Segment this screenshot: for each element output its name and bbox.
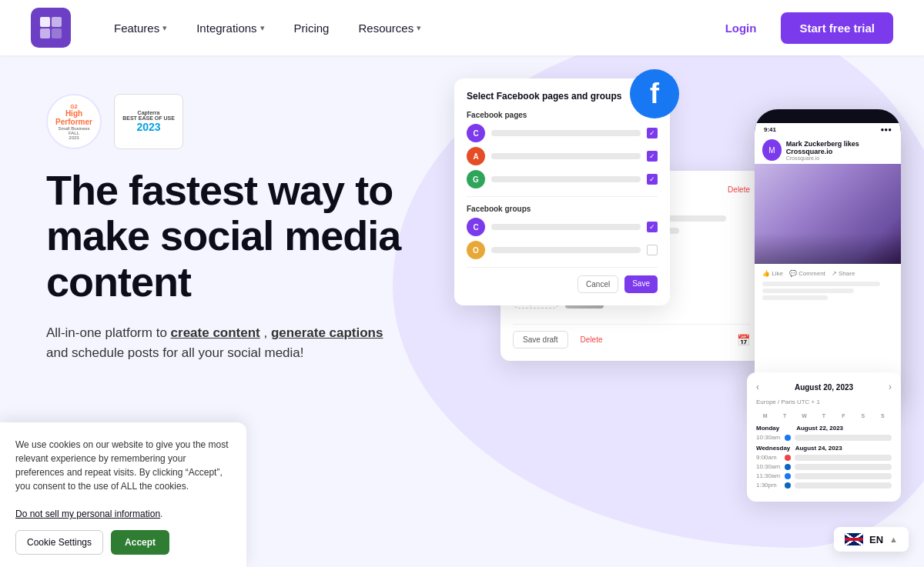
cookie-privacy-link[interactable]: Do not sell my personal information bbox=[15, 509, 160, 519]
phone-image-overlay bbox=[755, 233, 901, 264]
facebook-selector-card: f Select Facebook pages and groups Faceb… bbox=[454, 78, 670, 305]
phone-avatar: M bbox=[762, 139, 782, 161]
phone-bar-2 bbox=[762, 289, 854, 293]
language-selector[interactable]: EN ▲ bbox=[834, 527, 909, 552]
fb-check-1[interactable]: ✓ bbox=[647, 128, 658, 138]
nav-features[interactable]: Features ▾ bbox=[102, 15, 179, 41]
phone-share-btn[interactable]: ↗ Share bbox=[832, 270, 855, 277]
delete-button[interactable]: Delete bbox=[574, 332, 609, 348]
fb-page-row-2: A ✓ bbox=[467, 147, 658, 165]
phone-mockup: 9:41 ●●● M Mark Zuckerberg likes Crossqu… bbox=[755, 109, 901, 402]
fb-bar-3 bbox=[491, 176, 641, 182]
mockup-container: f Select Facebook pages and groups Faceb… bbox=[454, 78, 901, 532]
fb-page-row-3: G ✓ bbox=[467, 170, 658, 188]
calendar-card: ‹ August 20, 2023 › Europe / Paris UTC +… bbox=[747, 372, 901, 502]
hero-section: G2 HighPerformer Small Business FALL 202… bbox=[0, 55, 924, 567]
capterra-badge: Capterra BEST EASE OF USE 2023 bbox=[114, 94, 183, 149]
fb-footer-divider bbox=[467, 267, 658, 268]
svg-rect-3 bbox=[52, 28, 62, 38]
phone-image bbox=[755, 164, 901, 264]
fb-cancel-button[interactable]: Cancel bbox=[578, 275, 618, 293]
phone-screen: 9:41 ●●● M Mark Zuckerberg likes Crossqu… bbox=[755, 123, 901, 402]
hero-subtitle: All-in-one platform to create content , … bbox=[46, 323, 424, 362]
hero-right: f Select Facebook pages and groups Faceb… bbox=[424, 86, 878, 567]
cal-event-bar-3 bbox=[795, 464, 892, 470]
cal-date-2: Wednesday August 24, 2023 bbox=[756, 445, 892, 452]
phone-profile: M Mark Zuckerberg likes Crossquare.io Cr… bbox=[755, 136, 901, 164]
fb-bar-1 bbox=[491, 130, 641, 136]
start-trial-button[interactable]: Start free trial bbox=[781, 12, 893, 44]
login-button[interactable]: Login bbox=[713, 15, 769, 41]
phone-like-btn[interactable]: 👍 Like bbox=[762, 270, 783, 277]
phone-notch bbox=[801, 109, 855, 123]
g2-label: G2 bbox=[70, 104, 77, 109]
calendar-prev-icon[interactable]: ‹ bbox=[756, 382, 759, 392]
phone-post-actions: 👍 Like 💬 Comment ↗ Share bbox=[755, 264, 901, 306]
fb-group-bar-1 bbox=[491, 224, 641, 230]
cal-event-bar-5 bbox=[795, 482, 892, 489]
fb-pages-label: Facebook pages bbox=[467, 111, 658, 119]
fb-group-row-2: O bbox=[467, 241, 658, 259]
save-draft-button[interactable]: Save draft bbox=[513, 331, 568, 349]
phone-comment-btn[interactable]: 💬 Comment bbox=[789, 270, 825, 277]
g2-badge: G2 HighPerformer Small Business FALL 202… bbox=[46, 94, 102, 149]
cookie-banner: We use cookies on our website to give yo… bbox=[0, 422, 246, 567]
schedule-icon[interactable]: 📅 bbox=[737, 334, 750, 346]
fb-groups-label: Facebook groups bbox=[467, 205, 658, 213]
cal-event-bar-2 bbox=[795, 455, 892, 461]
cal-event-bar-4 bbox=[795, 473, 892, 479]
instagram-dot bbox=[785, 455, 791, 461]
card-footer: Save draft Delete 📅 bbox=[513, 331, 750, 349]
fb-divider bbox=[467, 196, 658, 197]
calendar-event-group-1: Monday August 22, 2023 10:30am bbox=[756, 425, 892, 441]
fb-avatar-1: C bbox=[467, 124, 485, 142]
cookie-text: We use cookies on our website to give yo… bbox=[15, 438, 231, 521]
cookie-buttons: Cookie Settings Accept bbox=[15, 530, 231, 555]
nav-pricing[interactable]: Pricing bbox=[282, 15, 342, 41]
g2-performer: HighPerformer bbox=[55, 109, 92, 126]
calendar-timezone: Europe / Paris UTC + 1 bbox=[756, 399, 892, 405]
svg-rect-2 bbox=[40, 28, 50, 38]
logo[interactable] bbox=[31, 8, 71, 48]
facebook-icon: f bbox=[630, 69, 679, 118]
fb-check-3[interactable]: ✓ bbox=[647, 174, 658, 185]
phone-bar-3 bbox=[762, 295, 828, 300]
fb-group-bar-2 bbox=[491, 247, 641, 253]
nav-right: Login Start free trial bbox=[713, 12, 893, 44]
uk-flag-icon bbox=[845, 533, 863, 545]
calendar-header: ‹ August 20, 2023 › bbox=[756, 382, 892, 392]
features-chevron-icon: ▾ bbox=[162, 23, 167, 33]
nav-integrations[interactable]: Integrations ▾ bbox=[184, 15, 276, 41]
calendar-days-header: M T W T F S S bbox=[756, 412, 892, 420]
svg-rect-1 bbox=[52, 17, 62, 27]
fb-check-2[interactable]: ✓ bbox=[647, 151, 658, 162]
fb-group-row-1: C ✓ bbox=[467, 218, 658, 236]
fb-avatar-2: A bbox=[467, 147, 485, 165]
cal-event-bar-1 bbox=[795, 435, 892, 441]
fb-footer: Cancel Save bbox=[467, 275, 658, 293]
calendar-title: August 20, 2023 bbox=[795, 383, 853, 392]
hero-left: G2 HighPerformer Small Business FALL 202… bbox=[46, 86, 424, 369]
calendar-event-group-2: Wednesday August 24, 2023 9:00am 10:30am… bbox=[756, 445, 892, 489]
integrations-chevron-icon: ▾ bbox=[260, 23, 265, 33]
cal-event-row-3: 10:30am bbox=[756, 463, 892, 470]
linkedin-dot-2 bbox=[785, 482, 791, 489]
hero-title: The fastest way to make social media con… bbox=[46, 168, 424, 305]
cookie-accept-button[interactable]: Accept bbox=[111, 530, 169, 555]
nav-resources[interactable]: Resources ▾ bbox=[346, 15, 434, 41]
fb-group-avatar-2: O bbox=[467, 241, 485, 259]
facebook-dot-2 bbox=[785, 473, 791, 479]
fb-group-avatar-1: C bbox=[467, 218, 485, 236]
calendar-next-icon[interactable]: › bbox=[889, 382, 892, 392]
phone-bar-1 bbox=[762, 282, 880, 286]
fb-group-check-1[interactable]: ✓ bbox=[647, 222, 658, 232]
fb-group-check-2[interactable] bbox=[647, 245, 658, 255]
phone-status-bar: 9:41 ●●● bbox=[755, 123, 901, 136]
facebook-dot bbox=[785, 435, 791, 441]
delete-link[interactable]: Delete bbox=[728, 185, 750, 194]
fb-avatar-3: G bbox=[467, 170, 485, 188]
navigation: Features ▾ Integrations ▾ Pricing Resour… bbox=[0, 0, 924, 55]
cookie-settings-button[interactable]: Cookie Settings bbox=[15, 530, 103, 555]
cal-event-row-2: 9:00am bbox=[756, 454, 892, 461]
fb-save-button[interactable]: Save bbox=[624, 275, 658, 293]
